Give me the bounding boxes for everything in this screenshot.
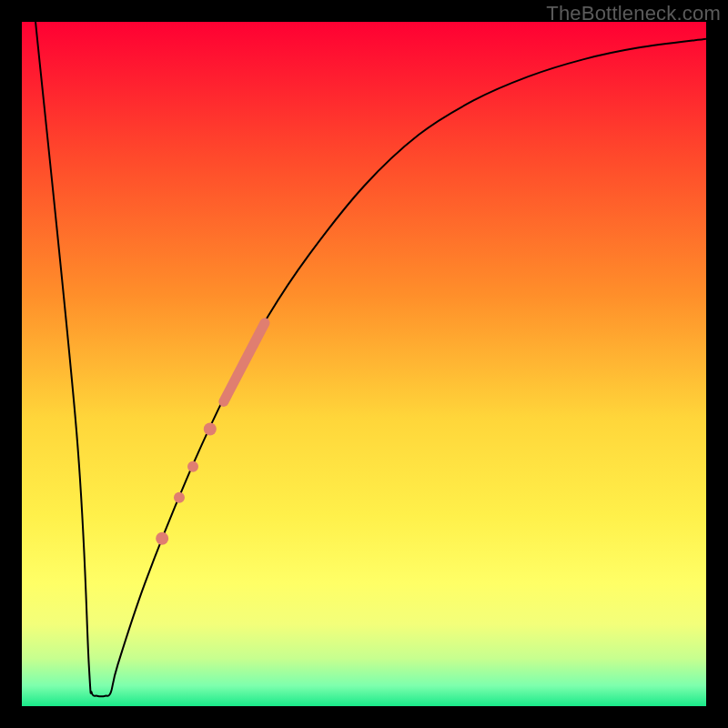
outer-frame: TheBottleneck.com — [0, 0, 728, 728]
plot-area — [22, 22, 706, 706]
marker-dot-2 — [187, 461, 198, 472]
chart-svg — [22, 22, 706, 706]
marker-dot-1 — [204, 422, 217, 435]
gradient-background — [22, 22, 706, 706]
marker-dot-4 — [156, 532, 168, 545]
marker-dot-3 — [174, 492, 185, 503]
watermark-text: TheBottleneck.com — [546, 2, 721, 25]
